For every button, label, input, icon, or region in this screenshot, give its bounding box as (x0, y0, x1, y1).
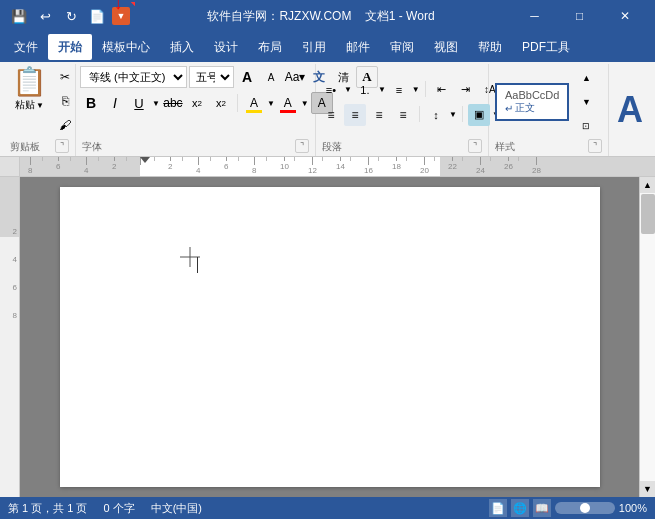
vertical-scrollbar[interactable]: ▲ ▼ (639, 177, 655, 497)
normal-style-button[interactable]: AaBbCcDd ↵正文 (495, 83, 569, 121)
paragraph-label: 段落 (322, 138, 342, 154)
char-count: 0 个字 (103, 501, 134, 516)
paste-dropdown-icon[interactable]: ▼ (36, 101, 44, 110)
numbering-button[interactable]: 1. (354, 79, 376, 101)
minimize-button[interactable]: ─ (512, 0, 557, 32)
vertical-ruler: 2 4 6 8 (0, 177, 20, 497)
styles-up-button[interactable]: ▲ (575, 67, 597, 89)
copy-button[interactable]: ⎘ (53, 90, 77, 112)
align-center-button[interactable]: ≡ (344, 104, 366, 126)
font-color-button[interactable]: A (277, 92, 299, 114)
ruler-tick (462, 157, 463, 161)
ruler-tick (98, 157, 99, 161)
view-print-button[interactable]: 📄 (489, 499, 507, 517)
paste-button[interactable]: 📋 粘贴 ▼ (8, 66, 51, 114)
align-right-button[interactable]: ≡ (368, 104, 390, 126)
ruler-container: 8642246810121416182022242628 (0, 157, 655, 177)
ruler-marks: 8642246810121416182022242628 (20, 157, 655, 176)
scroll-down-button[interactable]: ▼ (640, 481, 656, 497)
view-read-button[interactable]: 📖 (533, 499, 551, 517)
page-area[interactable] (20, 177, 639, 497)
menu-file[interactable]: 文件 (4, 34, 48, 60)
justify-button[interactable]: ≡ (392, 104, 414, 126)
highlight-dropdown[interactable]: ▼ (267, 99, 275, 108)
bold-button[interactable]: B (80, 92, 102, 114)
menu-references[interactable]: 引用 (292, 34, 336, 60)
menu-help[interactable]: 帮助 (468, 34, 512, 60)
menu-design[interactable]: 设计 (204, 34, 248, 60)
line-spacing-dropdown[interactable]: ▼ (449, 110, 457, 119)
font-name-select[interactable]: 等线 (中文正文) (80, 66, 187, 88)
decrease-indent-button[interactable]: ⇤ (431, 79, 453, 101)
v-ruler-2: 2 (13, 227, 17, 236)
menu-template[interactable]: 模板中心 (92, 34, 160, 60)
paragraph-group: ≡• ▼ 1. ▼ ≡ ▼ ⇤ ⇥ ↕A ¶ ≡ ≡ ≡ ≡ ↕ ▼ (316, 64, 489, 156)
styles-label: 样式 (495, 138, 515, 154)
menu-review[interactable]: 审阅 (380, 34, 424, 60)
superscript-button[interactable]: x2 (210, 92, 232, 114)
text-highlight-button[interactable]: A (243, 92, 265, 114)
menu-bar: 文件 开始 模板中心 插入 设计 布局 引用 邮件 审阅 视图 帮助 PDF工具 (0, 32, 655, 62)
ruler-tick (294, 157, 295, 161)
shading-button[interactable]: ▣ (468, 104, 490, 126)
styles-more-button[interactable]: ⊡ (575, 115, 597, 137)
zoom-slider[interactable] (555, 502, 615, 514)
menu-home[interactable]: 开始 (48, 34, 92, 60)
increase-indent-button[interactable]: ⇥ (455, 79, 477, 101)
cut-button[interactable]: ✂ (53, 66, 77, 88)
close-button[interactable]: ✕ (602, 0, 647, 32)
font-size-select[interactable]: 五号 初号 小初 一号 小一 二号 小二 三号 小三 四号 小四 五号 小五 (189, 66, 234, 88)
ruler-tick (378, 157, 379, 161)
styles-down-button[interactable]: ▼ (575, 91, 597, 113)
menu-mail[interactable]: 邮件 (336, 34, 380, 60)
scroll-up-button[interactable]: ▲ (640, 177, 656, 193)
scroll-track[interactable] (640, 193, 655, 481)
menu-pdf-tools[interactable]: PDF工具 (512, 34, 580, 60)
ruler-mark-12: 12 (308, 157, 317, 176)
maximize-button[interactable]: □ (557, 0, 602, 32)
paragraph-expand-button[interactable]: ⌝ (468, 139, 482, 153)
decrease-font-button[interactable]: A (260, 66, 282, 88)
scroll-thumb[interactable] (641, 194, 655, 234)
view-web-button[interactable]: 🌐 (511, 499, 529, 517)
bullets-dropdown[interactable]: ▼ (344, 85, 352, 94)
font-expand-button[interactable]: ⌝ (295, 139, 309, 153)
ruler-tick (518, 157, 519, 161)
italic-button[interactable]: I (104, 92, 126, 114)
clipboard-group: 📋 粘贴 ▼ ✂ ⎘ 🖌 剪贴板 ⌝ (4, 64, 76, 156)
bullets-button[interactable]: ≡• (320, 79, 342, 101)
increase-font-button[interactable]: A (236, 66, 258, 88)
undo-button[interactable]: ↩ (34, 5, 56, 27)
redo-button[interactable]: ↻ (60, 5, 82, 27)
line-spacing-button[interactable]: ↕ (425, 104, 447, 126)
ruler-mark-20: 20 (420, 157, 429, 176)
language: 中文(中国) (151, 501, 202, 516)
multilevel-button[interactable]: ≡ (388, 79, 410, 101)
save-button[interactable]: 💾 (8, 5, 30, 27)
font-label: 字体 (82, 138, 102, 154)
menu-layout[interactable]: 布局 (248, 34, 292, 60)
align-left-button[interactable]: ≡ (320, 104, 342, 126)
ruler-tick (210, 157, 211, 161)
underline-button[interactable]: U (128, 92, 150, 114)
numbering-dropdown[interactable]: ▼ (378, 85, 386, 94)
change-case-button[interactable]: Aa▾ (284, 66, 306, 88)
clipboard-expand-button[interactable]: ⌝ (55, 139, 69, 153)
styles-expand-button[interactable]: ⌝ (588, 139, 602, 153)
menu-view[interactable]: 视图 (424, 34, 468, 60)
indent-marker[interactable] (140, 157, 150, 163)
heading-style-button[interactable]: A (609, 64, 651, 156)
new-doc-button[interactable]: 📄 (86, 5, 108, 27)
underline-dropdown[interactable]: ▼ (152, 99, 160, 108)
title-bar: 💾 ↩ ↻ 📄 ▼ ↓ 软件自学网：RJZXW.COM 文档1 - Word ─… (0, 0, 655, 32)
menu-insert[interactable]: 插入 (160, 34, 204, 60)
document-page[interactable] (60, 187, 600, 487)
strikethrough-button[interactable]: abc (162, 92, 184, 114)
subscript-button[interactable]: x2 (186, 92, 208, 114)
multilevel-dropdown[interactable]: ▼ (412, 85, 420, 94)
ruler-mark-6: 6 (224, 157, 228, 176)
paste-label: 粘贴 (15, 98, 35, 112)
format-painter-button[interactable]: 🖌 (53, 114, 77, 136)
font-color-dropdown[interactable]: ▼ (301, 99, 309, 108)
ruler-tick (350, 157, 351, 161)
